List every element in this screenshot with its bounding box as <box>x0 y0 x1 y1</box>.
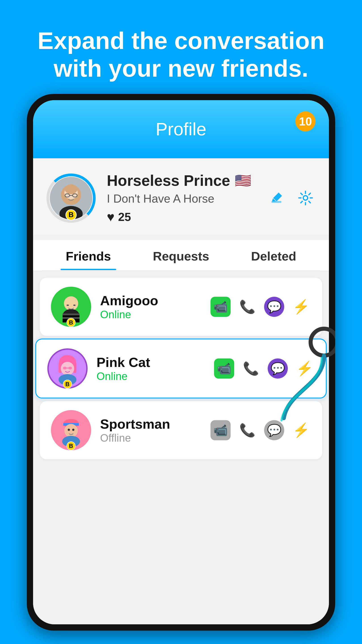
friend-card-sportsman: B Sportsman Offline 📹 📞 💬 ⚡ <box>40 401 322 459</box>
bottom-area <box>33 466 329 624</box>
svg-rect-24 <box>68 367 72 370</box>
settings-button[interactable] <box>295 188 316 208</box>
phone-screen: Profile 10 <box>33 100 329 624</box>
bolt-btn-pinkcat[interactable]: ⚡ <box>295 358 315 378</box>
header-line1: Expand the conversation <box>37 27 325 54</box>
svg-rect-8 <box>272 201 281 203</box>
amigooo-actions: 📹 📞 💬 ⚡ <box>211 297 311 317</box>
header-title: Expand the conversation with your new fr… <box>0 27 362 82</box>
amigooo-status: Online <box>100 308 202 321</box>
likes-count: 25 <box>118 210 131 224</box>
friend-card-pinkcat: B Pink Cat Online 📹 📞 💬 ⚡ <box>35 338 327 398</box>
avatar-badge: B <box>65 209 77 220</box>
svg-point-3 <box>65 184 77 194</box>
edit-button[interactable] <box>266 188 287 208</box>
screen-title: Profile <box>156 119 206 140</box>
video-call-btn-sportsman[interactable]: 📹 <box>211 420 231 440</box>
pinkcat-status: Online <box>96 370 205 382</box>
profile-name: Horseless Prince <box>107 172 230 189</box>
amigooo-name: Amigooo <box>100 293 202 308</box>
phone-call-btn-amigooo[interactable]: 📞 <box>237 297 257 317</box>
amigooo-info: Amigooo Online <box>100 293 202 321</box>
sportsman-badge: B <box>67 442 75 450</box>
video-call-btn-amigooo[interactable]: 📹 <box>211 297 231 317</box>
tab-deleted[interactable]: Deleted <box>227 240 320 270</box>
pinkcat-actions: 📹 📞 💬 ⚡ <box>214 358 315 378</box>
amigooo-badge: B <box>67 318 75 327</box>
svg-point-31 <box>68 429 70 431</box>
friend-avatar-sportsman: B <box>51 410 91 450</box>
notification-badge[interactable]: 10 <box>295 111 316 132</box>
friend-avatar-pinkcat: B <box>47 348 88 389</box>
profile-actions <box>266 188 316 208</box>
heart-icon: ♥ <box>107 209 114 224</box>
app-header: Profile 10 <box>33 100 329 158</box>
phone-call-btn-sportsman[interactable]: 📞 <box>237 420 257 440</box>
profile-section: B Horseless Prince 🇺🇸 I Don't Have A Hor… <box>33 158 329 236</box>
chat-btn-amigooo[interactable]: 💬 <box>264 297 284 317</box>
tabs-bar: Friends Requests Deleted <box>33 240 329 270</box>
profile-status: I Don't Have A Horse <box>107 192 255 205</box>
friends-list: B Amigooo Online 📹 📞 💬 ⚡ <box>33 270 329 466</box>
tab-friends[interactable]: Friends <box>42 240 135 270</box>
profile-info: Horseless Prince 🇺🇸 I Don't Have A Horse… <box>107 172 255 224</box>
friend-avatar-amigooo: B <box>51 287 91 327</box>
pinkcat-badge: B <box>63 380 72 389</box>
sportsman-actions: 📹 📞 💬 ⚡ <box>211 420 311 440</box>
svg-point-11 <box>64 296 78 310</box>
svg-rect-16 <box>62 314 79 315</box>
sportsman-info: Sportsman Offline <box>100 416 202 444</box>
pinkcat-info: Pink Cat Online <box>96 355 205 382</box>
friend-card-amigooo: B Amigooo Online 📹 📞 💬 ⚡ <box>40 278 322 336</box>
flag-icon: 🇺🇸 <box>235 173 251 188</box>
avatar: B <box>46 174 96 223</box>
phone-shell: Profile 10 <box>27 94 335 630</box>
svg-point-22 <box>61 362 74 375</box>
chat-btn-pinkcat[interactable]: 💬 <box>268 358 288 378</box>
bolt-btn-sportsman[interactable]: ⚡ <box>291 420 311 440</box>
video-call-btn-pinkcat[interactable]: 📹 <box>214 358 234 378</box>
sportsman-name: Sportsman <box>100 416 202 432</box>
svg-point-30 <box>64 424 78 438</box>
svg-point-32 <box>72 429 74 431</box>
svg-rect-14 <box>73 304 75 306</box>
sportsman-status: Offline <box>100 432 202 444</box>
phone-call-btn-pinkcat[interactable]: 📞 <box>241 358 261 378</box>
bolt-btn-amigooo[interactable]: ⚡ <box>291 297 311 317</box>
svg-rect-13 <box>67 304 69 306</box>
pinkcat-name: Pink Cat <box>96 355 205 370</box>
svg-rect-23 <box>63 367 67 370</box>
chat-btn-sportsman[interactable]: 💬 <box>264 420 284 440</box>
svg-point-9 <box>303 196 308 200</box>
tab-requests[interactable]: Requests <box>135 240 228 270</box>
header-line2: with your new friends. <box>54 55 308 82</box>
